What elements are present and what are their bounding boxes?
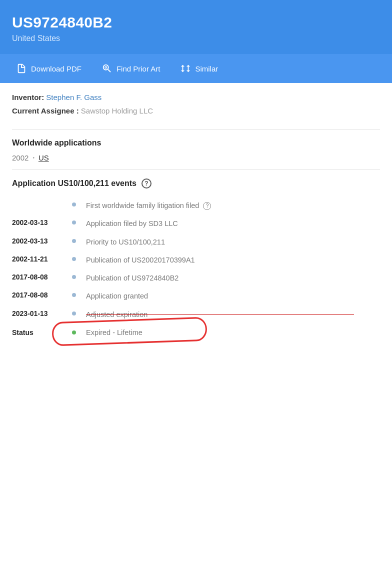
event-text-5: Application granted <box>82 291 380 301</box>
event-date-4: 2017-08-08 <box>12 273 72 281</box>
event-dot-3 <box>72 257 76 261</box>
svg-point-0 <box>105 66 107 68</box>
download-pdf-label: Download PDF <box>31 64 82 73</box>
event-text-4: Publication of US9724840B2 <box>82 273 380 283</box>
year-value: 2002 <box>12 154 28 162</box>
patent-header: US9724840B2 United States <box>0 0 392 54</box>
find-prior-art-button[interactable]: Find Prior Art <box>94 59 168 78</box>
event-text-3: Publication of US20020170399A1 <box>82 255 380 265</box>
patent-id: US9724840B2 <box>12 14 380 31</box>
event-row-pub2: 2017-08-08 Publication of US9724840B2 <box>12 269 380 287</box>
assignee-label: Current Assignee : <box>12 106 79 115</box>
inventor-label: Inventor: <box>12 93 44 102</box>
main-content: Inventor: Stephen F. Gass Current Assign… <box>0 83 392 352</box>
event-date-3: 2002-11-21 <box>12 255 72 263</box>
status-value: Expired - Lifetime <box>82 328 380 336</box>
event-dot-1 <box>72 220 76 224</box>
event-date-1: 2002-03-13 <box>12 218 72 226</box>
find-prior-art-label: Find Prior Art <box>116 64 160 73</box>
event-text-0: First worldwide family litigation filed … <box>82 200 380 210</box>
year-separator: • <box>32 155 34 160</box>
event-dot-5 <box>72 293 76 297</box>
assignee-value: Sawstop Holding LLC <box>81 106 153 115</box>
similar-icon <box>180 63 191 74</box>
event-dot-6 <box>72 312 76 316</box>
event-row-expiration: 2023-01-13 Adjusted expiration <box>12 306 380 324</box>
worldwide-section: Worldwide applications 2002 • US <box>12 130 380 170</box>
assignee-row: Current Assignee : Sawstop Holding LLC <box>12 106 380 115</box>
event-row-granted: 2017-08-08 Application granted <box>12 287 380 305</box>
event-row-filed: 2002-03-13 Application filed by SD3 LLC <box>12 214 380 232</box>
similar-button[interactable]: Similar <box>172 59 226 78</box>
litigation-help-icon[interactable]: ? <box>203 202 211 210</box>
event-text-1: Application filed by SD3 LLC <box>82 218 380 228</box>
events-section: Application US10/100,211 events ? First … <box>12 170 380 342</box>
events-title-row: Application US10/100,211 events ? <box>12 178 380 188</box>
event-date-2: 2002-03-13 <box>12 237 72 245</box>
year-row: 2002 • US <box>12 154 380 162</box>
toolbar: Download PDF Find Prior Art Similar <box>0 54 392 83</box>
country-link[interactable]: US <box>38 154 49 162</box>
event-date-6: 2023-01-13 <box>12 310 72 318</box>
inventor-row: Inventor: Stephen F. Gass <box>12 93 380 102</box>
status-label: Status <box>12 328 72 336</box>
events-title: Application US10/100,211 events <box>12 179 136 188</box>
status-dot <box>72 330 76 334</box>
event-row-litigation: First worldwide family litigation filed … <box>12 196 380 214</box>
event-dot-0 <box>72 202 76 206</box>
status-row: Status Expired - Lifetime <box>12 324 380 342</box>
find-prior-art-icon <box>102 63 112 74</box>
similar-label: Similar <box>195 64 218 73</box>
inventor-link[interactable]: Stephen F. Gass <box>46 93 102 102</box>
document-icon <box>16 63 27 74</box>
event-dot-4 <box>72 275 76 279</box>
meta-section: Inventor: Stephen F. Gass Current Assign… <box>12 93 380 130</box>
event-date-5: 2017-08-08 <box>12 291 72 299</box>
download-pdf-button[interactable]: Download PDF <box>8 59 90 78</box>
event-dot-2 <box>72 239 76 243</box>
events-help-icon[interactable]: ? <box>142 178 152 188</box>
worldwide-title: Worldwide applications <box>12 138 380 148</box>
event-text-2: Priority to US10/100,211 <box>82 237 380 247</box>
patent-country: United States <box>12 34 380 43</box>
event-row-pub1: 2002-11-21 Publication of US20020170399A… <box>12 251 380 269</box>
event-row-priority: 2002-03-13 Priority to US10/100,211 <box>12 233 380 251</box>
event-text-6: Adjusted expiration <box>82 310 380 320</box>
